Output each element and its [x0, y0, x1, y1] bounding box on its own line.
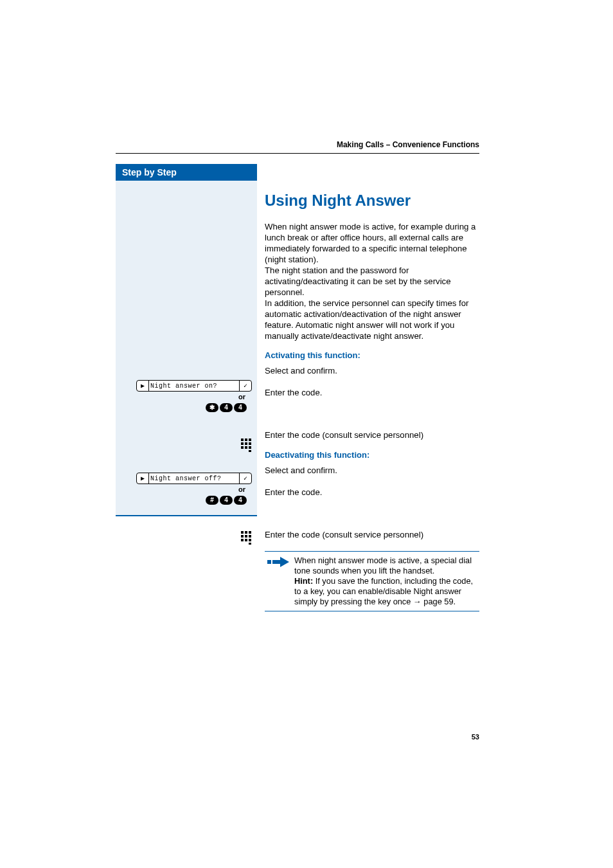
key-hash[interactable]: #: [206, 496, 218, 505]
svg-rect-0: [267, 560, 271, 564]
chevron-right-icon: ▶: [137, 382, 148, 390]
step-enter-code-off: Enter the code.: [265, 487, 479, 498]
code-keys-off[interactable]: # 4 4: [206, 496, 252, 505]
svg-rect-13: [241, 531, 244, 534]
svg-marker-2: [280, 557, 289, 567]
step-select-confirm-on: Select and confirm.: [265, 365, 479, 377]
deactivating-heading: Deactivating this function:: [265, 450, 479, 460]
svg-rect-21: [249, 539, 251, 541]
svg-rect-14: [245, 531, 247, 534]
svg-rect-17: [245, 535, 247, 538]
svg-rect-15: [249, 531, 251, 534]
section-title: Using Night Answer: [265, 192, 479, 210]
display-option-night-off[interactable]: ▶ Night answer off? ✓: [136, 473, 252, 484]
keypad-icon: [240, 438, 252, 452]
or-label: or: [121, 393, 252, 401]
svg-rect-11: [249, 446, 251, 449]
note-box: When night answer mode is active, a spec…: [265, 551, 479, 611]
svg-rect-1: [272, 560, 280, 564]
svg-rect-4: [245, 439, 247, 441]
key-4c[interactable]: 4: [220, 496, 233, 505]
step-enter-code-on: Enter the code.: [265, 387, 479, 399]
check-icon: ✓: [240, 382, 251, 390]
page-number: 53: [472, 733, 479, 741]
note-hint-ref: → page 59.: [413, 597, 456, 606]
note-arrow-icon: [267, 557, 289, 570]
chevron-right-icon: ▶: [137, 475, 148, 482]
check-icon: ✓: [240, 475, 251, 482]
svg-rect-3: [241, 439, 244, 441]
svg-rect-9: [241, 446, 244, 449]
running-head: Making Calls – Convenience Functions: [337, 140, 479, 149]
sidebar-panel: [116, 181, 257, 516]
svg-rect-6: [241, 442, 244, 445]
key-4b[interactable]: 4: [234, 403, 247, 412]
svg-rect-12: [249, 450, 251, 452]
svg-rect-8: [249, 442, 251, 445]
step-enter-code-consult-on: Enter the code (consult service personne…: [265, 429, 479, 441]
display-option-label: Night answer on?: [148, 381, 240, 391]
key-4a[interactable]: 4: [220, 403, 233, 412]
step-enter-code-consult-off: Enter the code (consult service personne…: [265, 529, 479, 541]
svg-rect-18: [249, 535, 251, 538]
or-label: or: [121, 485, 252, 493]
svg-rect-19: [241, 539, 244, 541]
display-option-label: Night answer off?: [148, 473, 240, 484]
svg-rect-20: [245, 539, 247, 541]
code-keys-on[interactable]: ✱ 4 4: [206, 403, 252, 412]
header-rule: [116, 153, 479, 154]
step-select-confirm-off: Select and confirm.: [265, 465, 479, 476]
sidebar-title: Step by Step: [116, 164, 257, 181]
keypad-icon: [240, 530, 252, 545]
key-star[interactable]: ✱: [206, 403, 218, 412]
svg-rect-5: [249, 439, 251, 441]
intro-paragraph: When night answer mode is active, for ex…: [265, 221, 479, 341]
svg-rect-10: [245, 446, 247, 449]
key-4d[interactable]: 4: [234, 496, 247, 505]
note-hint-label: Hint:: [294, 576, 313, 586]
display-option-night-on[interactable]: ▶ Night answer on? ✓: [136, 380, 252, 392]
note-line1: When night answer mode is active, a spec…: [294, 556, 472, 575]
svg-rect-22: [249, 543, 251, 545]
activating-heading: Activating this function:: [265, 350, 479, 360]
svg-rect-7: [245, 442, 247, 445]
svg-rect-16: [241, 535, 244, 538]
